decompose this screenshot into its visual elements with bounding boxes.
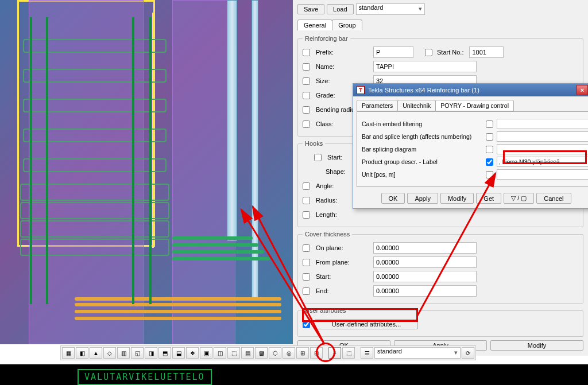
toolbar-refresh-button[interactable]: ⟳ bbox=[462, 347, 474, 359]
unit-checkbox[interactable] bbox=[486, 171, 493, 178]
startno-enable-checkbox[interactable] bbox=[425, 49, 432, 56]
prefix-enable-checkbox[interactable] bbox=[303, 49, 310, 56]
toolbar-button[interactable]: ▣ bbox=[200, 347, 212, 359]
hooks-legend: Hooks bbox=[303, 140, 325, 147]
rebar bbox=[172, 243, 258, 247]
toolbar-button[interactable]: ◇ bbox=[103, 347, 116, 359]
stirrup bbox=[23, 39, 167, 53]
startno-label: Start No.: bbox=[437, 49, 463, 56]
cast-in-embed-input[interactable] bbox=[497, 119, 588, 129]
stirrup bbox=[20, 184, 169, 201]
cover-end-label: End: bbox=[315, 287, 371, 294]
popup-cancel-button[interactable]: Cancel bbox=[536, 193, 571, 204]
radius-enable-checkbox[interactable] bbox=[303, 197, 310, 204]
name-label: Name: bbox=[315, 63, 371, 70]
footer-title-box: VALUTARVIKELUETTELO bbox=[78, 369, 212, 385]
cover-start-input[interactable] bbox=[373, 271, 477, 282]
size-enable-checkbox[interactable] bbox=[303, 77, 310, 85]
toolbar-button[interactable]: ▤ bbox=[241, 347, 254, 359]
cover-end-input[interactable] bbox=[373, 285, 477, 297]
popup-ok-button[interactable]: OK bbox=[381, 193, 405, 204]
rebar-vertical bbox=[46, 17, 48, 304]
length-enable-checkbox[interactable] bbox=[303, 211, 310, 219]
toolbar-button[interactable]: ◫ bbox=[214, 347, 226, 359]
grade-enable-checkbox[interactable] bbox=[303, 92, 310, 99]
name-enable-checkbox[interactable] bbox=[303, 63, 310, 71]
start-hook-checkbox[interactable] bbox=[314, 154, 322, 161]
popup-titlebar[interactable]: T Tekla Structures x64 Reinforcing bar (… bbox=[353, 84, 588, 96]
from-plane-checkbox[interactable] bbox=[303, 259, 310, 266]
modify-button[interactable]: Modify bbox=[490, 340, 583, 351]
tab-unitechnik[interactable]: Unitechnik bbox=[397, 100, 436, 111]
rebar bbox=[75, 303, 281, 306]
annotation-circle-toolbar bbox=[316, 343, 335, 362]
rebar-vertical bbox=[149, 17, 152, 304]
rebar bbox=[75, 310, 281, 313]
stirrup bbox=[23, 99, 167, 112]
popup-toggle-button[interactable]: ▽ / ▢ bbox=[504, 193, 534, 204]
prefix-input[interactable] bbox=[373, 46, 413, 58]
toolbar-button[interactable]: ⬚ bbox=[342, 347, 355, 359]
toolbar-button[interactable]: ⬡ bbox=[269, 347, 281, 359]
toolbar-button[interactable]: ▦ bbox=[62, 347, 75, 359]
on-plane-input[interactable] bbox=[373, 242, 477, 254]
toolbar-button[interactable]: ◎ bbox=[283, 347, 295, 359]
from-plane-label: From plane: bbox=[315, 259, 371, 266]
tab-general[interactable]: General bbox=[297, 20, 332, 30]
toolbar-button[interactable]: ⬓ bbox=[172, 347, 185, 359]
popup-close-button[interactable]: × bbox=[577, 85, 588, 95]
cover-end-checkbox[interactable] bbox=[303, 287, 310, 295]
name-input[interactable] bbox=[373, 61, 477, 72]
toolbar-button[interactable]: ▩ bbox=[255, 347, 268, 359]
toolbar-button[interactable]: ◱ bbox=[131, 347, 144, 359]
toolbar-button[interactable]: ▥ bbox=[117, 347, 130, 359]
on-plane-checkbox[interactable] bbox=[303, 244, 310, 252]
preset-combo[interactable]: standard bbox=[356, 3, 425, 15]
toolbar-preset-combo[interactable]: standard bbox=[374, 347, 461, 359]
cover-legend: Cover thickness bbox=[303, 231, 352, 238]
toolbar-button[interactable]: ⬒ bbox=[158, 347, 171, 359]
class-enable-checkbox[interactable] bbox=[303, 120, 310, 128]
from-plane-input[interactable] bbox=[373, 256, 477, 268]
toolbar-button[interactable]: ☰ bbox=[361, 347, 373, 359]
tekla-app-icon: T bbox=[357, 86, 365, 94]
toolbar-button[interactable]: ⊞ bbox=[296, 347, 309, 359]
annotation-rect-product-group bbox=[503, 150, 587, 164]
toolbar-button[interactable]: ◨ bbox=[145, 347, 157, 359]
bar-splice-length-label: Bar and splice length (affects numbering… bbox=[362, 133, 482, 140]
product-group-checkbox[interactable] bbox=[486, 158, 493, 166]
tab-group[interactable]: Group bbox=[332, 20, 362, 30]
toolbar-button[interactable]: ❖ bbox=[186, 347, 199, 359]
unit-label: Unit [pcs, m] bbox=[362, 171, 482, 178]
prefix-label: Prefix: bbox=[315, 49, 371, 56]
save-button[interactable]: Save bbox=[297, 4, 324, 14]
startno-input[interactable] bbox=[469, 46, 504, 58]
toolbar-button[interactable]: ◧ bbox=[76, 347, 88, 359]
on-plane-label: On plane: bbox=[315, 244, 371, 251]
bar-splicing-diagram-checkbox[interactable] bbox=[486, 146, 493, 153]
toolbar-button[interactable]: ⬚ bbox=[227, 347, 240, 359]
popup-title: Tekla Structures x64 Reinforcing bar (1) bbox=[368, 87, 479, 94]
popup-modify-button[interactable]: Modify bbox=[440, 193, 474, 204]
tab-parameters[interactable]: Parameters bbox=[357, 100, 398, 111]
popup-get-button[interactable]: Get bbox=[476, 193, 501, 204]
angle-enable-checkbox[interactable] bbox=[303, 182, 310, 190]
bending-radius-enable-checkbox[interactable] bbox=[303, 106, 310, 114]
cover-start-checkbox[interactable] bbox=[303, 273, 310, 281]
cast-in-embed-checkbox[interactable] bbox=[486, 120, 493, 128]
length-label: Length: bbox=[315, 211, 371, 218]
cover-start-label: Start: bbox=[315, 273, 371, 280]
rebar bbox=[172, 236, 253, 240]
pipe-element bbox=[252, 0, 258, 298]
stirrup bbox=[20, 202, 169, 219]
rebar-vertical bbox=[132, 17, 134, 304]
bar-splice-length-input[interactable] bbox=[497, 131, 588, 142]
pipe-element bbox=[227, 0, 237, 241]
model-3d-viewport[interactable] bbox=[0, 0, 293, 344]
tab-poyry-drawing-control[interactable]: POYRY - Drawing control bbox=[435, 100, 514, 111]
unit-input[interactable] bbox=[497, 169, 588, 180]
popup-apply-button[interactable]: Apply bbox=[407, 193, 438, 204]
toolbar-button[interactable]: ▲ bbox=[90, 347, 102, 359]
load-button[interactable]: Load bbox=[327, 4, 353, 14]
bar-splice-length-checkbox[interactable] bbox=[486, 133, 493, 141]
